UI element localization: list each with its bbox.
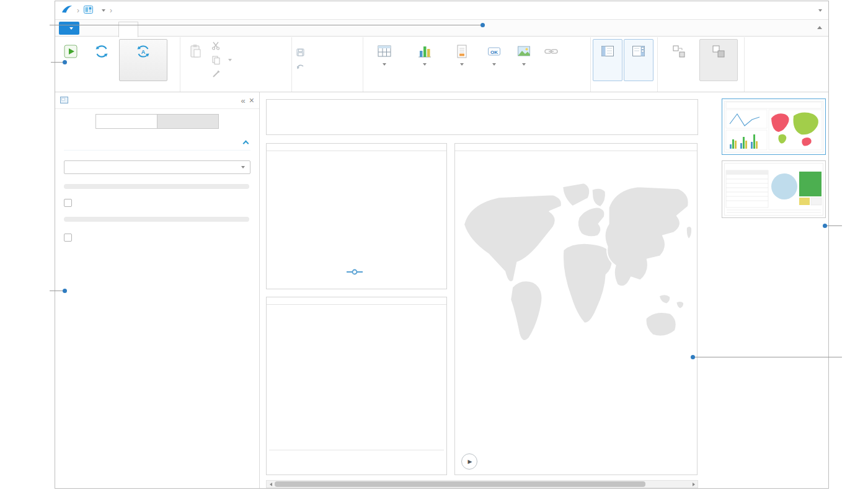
horizontal-scrollbar[interactable]: [266, 480, 698, 488]
document-caret-icon: [69, 27, 73, 30]
other-caret-icon: [522, 63, 526, 66]
slide-panel-toggle-button[interactable]: [624, 39, 653, 81]
annotation-line-slide-panel: [826, 225, 842, 226]
gni-map-panel[interactable]: ▶: [454, 143, 698, 475]
slide-panel: [700, 92, 828, 488]
tab-slide-properties[interactable]: [157, 114, 219, 129]
paste-icon: [187, 43, 203, 59]
link-button[interactable]: [539, 39, 564, 81]
dashboards-icon: [84, 5, 93, 16]
view-button[interactable]: [57, 39, 84, 81]
reports-icon: [454, 43, 470, 59]
app-logo-icon[interactable]: [61, 5, 73, 16]
slide-2-preview: [724, 163, 823, 216]
screenshot-canvas: › ›: [0, 0, 868, 490]
svg-text:A: A: [141, 48, 146, 55]
document-button[interactable]: [59, 22, 79, 35]
main-menu-bar: [55, 20, 828, 37]
collapse-panel-icon[interactable]: «: [241, 96, 246, 105]
dashboards-caret-icon[interactable]: [102, 9, 105, 12]
dashboard-title-panel[interactable]: [266, 99, 698, 135]
tab-home[interactable]: [118, 22, 138, 38]
undo-icon: [296, 62, 305, 72]
world-map[interactable]: [460, 173, 693, 359]
refresh-icon: [94, 43, 110, 59]
annotation-dot-slide-panel: [823, 224, 827, 228]
paddings-checkbox[interactable]: [64, 199, 72, 207]
side-panel-header: « ×: [55, 92, 259, 109]
autoupdate-icon: A: [135, 43, 151, 59]
paste-button[interactable]: [182, 39, 208, 81]
view-icon: [63, 43, 79, 59]
communication-chart-legend: [269, 450, 444, 455]
divider-bar: [64, 184, 249, 189]
format-brush-icon: [211, 69, 221, 80]
copy-caret-icon: [228, 59, 232, 61]
ribbon-group-clipboard: [180, 37, 292, 92]
control-caret-icon: [492, 63, 496, 66]
tab-slide[interactable]: [158, 22, 178, 37]
side-panel-icon: [600, 43, 616, 59]
save-changes-button[interactable]: [296, 47, 309, 59]
slide-icon: [60, 95, 68, 106]
undo-changes-button[interactable]: [296, 61, 309, 73]
tab-insert[interactable]: [138, 22, 158, 37]
breadcrumb-separator-2: ›: [110, 6, 112, 15]
slide-section-header[interactable]: [64, 141, 250, 151]
communication-chart-panel[interactable]: [266, 297, 447, 475]
reports-button[interactable]: [446, 39, 478, 81]
copy-icon: [211, 55, 221, 66]
ribbon-group-report: A: [55, 37, 180, 92]
other-button[interactable]: [510, 39, 538, 81]
manually-button[interactable]: [699, 39, 738, 81]
close-panel-icon[interactable]: ×: [249, 95, 254, 105]
cut-button[interactable]: [211, 40, 232, 52]
play-button[interactable]: ▶: [461, 453, 477, 470]
annotation-dot-ribbon: [63, 60, 67, 64]
svg-text:OK: OK: [490, 49, 498, 55]
scrollbar-thumb[interactable]: [275, 481, 645, 487]
manually-layout-icon: [711, 43, 727, 59]
other-icon: [516, 43, 532, 59]
format-by-template-button[interactable]: [211, 69, 232, 81]
year-buttons: [482, 453, 691, 470]
menu-tabs: [118, 22, 178, 37]
visualizers-button[interactable]: [405, 39, 445, 81]
ribbon-group-blocks: [658, 37, 745, 92]
user-menu-caret-icon[interactable]: [818, 9, 822, 12]
slide-1-thumbnail[interactable]: [722, 98, 826, 155]
custom-size-checkbox[interactable]: [64, 234, 72, 242]
tab-document[interactable]: [95, 114, 157, 129]
inflation-line-chart: [267, 161, 446, 265]
copy-button[interactable]: [211, 55, 232, 66]
refresh-button[interactable]: [86, 39, 118, 81]
containers-icon: [376, 43, 392, 59]
side-panel-toggle-button[interactable]: [593, 39, 622, 81]
slide-panel-icon: [631, 43, 647, 59]
paddings-row: [64, 199, 250, 207]
containers-button[interactable]: [365, 39, 404, 81]
ribbon-collapse-icon[interactable]: [817, 26, 822, 29]
annotation-dot-side-panel: [63, 289, 67, 293]
visualizers-icon: [417, 43, 433, 59]
fill-select[interactable]: [64, 160, 250, 174]
annotation-line-main-menu: [50, 25, 482, 25]
inflation-chart-panel[interactable]: [266, 143, 447, 289]
scroll-left-icon[interactable]: [267, 481, 275, 488]
control-button[interactable]: OK: [479, 39, 509, 81]
ribbon: A: [55, 37, 828, 92]
scroll-right-icon[interactable]: [689, 481, 698, 488]
ribbon-group-data: [292, 37, 363, 92]
ribbon-filler: [745, 37, 828, 92]
automatic-button[interactable]: [660, 39, 698, 81]
save-icon: [296, 48, 305, 58]
divider-bar-2: [64, 217, 249, 222]
autoupdate-button[interactable]: A: [119, 39, 167, 81]
side-panel: « ×: [55, 92, 260, 488]
annotation-dot-working-area: [691, 355, 695, 359]
slide-2-thumbnail[interactable]: [722, 160, 826, 218]
inflation-chart-legend: [267, 269, 446, 276]
custom-size-row: [64, 234, 250, 242]
automatic-layout-icon: [671, 43, 687, 59]
annotation-line-working-area: [694, 357, 842, 357]
